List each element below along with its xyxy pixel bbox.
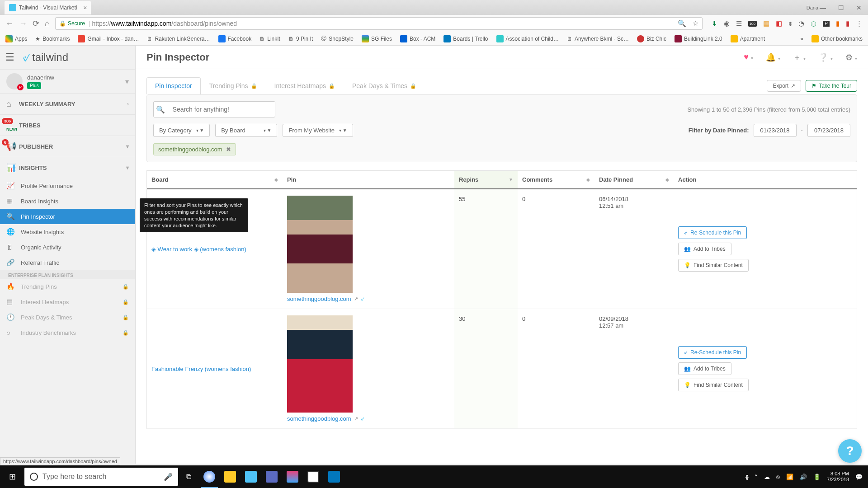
taskbar-clock[interactable]: 8:08 PM 7/23/2018 [827,471,849,483]
bookmark-item[interactable]: Apartment [731,35,765,42]
battery-icon[interactable]: 🔋 [813,474,821,480]
bookmark-item[interactable]: Facebook [218,35,252,42]
pin-domain-link[interactable]: somethinggoodblog.com [287,296,351,302]
date-to-input[interactable]: 07/23/2018 [807,124,850,137]
tab-peak-days[interactable]: Peak Days & Times🔒 [344,77,425,94]
bookmark-item[interactable]: Gmail - Inbox - dan… [78,35,139,42]
reschedule-button[interactable]: ୰Re-Schedule this Pin [678,226,747,239]
nav-referral-traffic[interactable]: 🔗Referral Traffic [0,255,135,270]
bookmark-item[interactable]: Box - ACM [400,35,435,42]
find-similar-button[interactable]: 💡Find Similar Content [678,259,749,272]
nav-profile-performance[interactable]: 📈Profile Performance [0,178,135,193]
nav-trending-pins[interactable]: 🔥Trending Pins🔒 [0,279,135,294]
taskbar-search[interactable]: Type here to search 🎤 [24,468,178,486]
filter-chip[interactable]: somethinggoodblog.com✖ [153,143,236,155]
pin-thumbnail[interactable] [287,196,353,293]
ext-icon[interactable]: 100 [748,21,757,27]
menu-icon[interactable]: ⋮ [856,19,863,28]
bookmark-item[interactable]: ★Bookmarks [35,36,70,42]
pin-domain-link[interactable]: somethinggoodblog.com [287,415,351,422]
bookmark-item[interactable]: 🗎Rakuten LinkGenera… [147,36,210,42]
taskbar-app[interactable] [324,465,344,488]
search-input[interactable] [168,106,275,113]
external-link-icon[interactable]: ↗ [354,296,358,302]
ext-icon[interactable]: ◉ [724,19,730,28]
nav-weekly-summary[interactable]: ⌂ WEEKLY SUMMARY › [0,94,135,114]
ext-icon[interactable]: ☰ [736,19,742,28]
bookmark-item[interactable]: ⒸShopStyle [321,35,354,42]
nav-tribes[interactable]: 386 NEW! TRIBES [0,115,135,136]
external-link-icon[interactable]: ↗ [354,416,358,422]
zoom-icon[interactable]: 🔍 [678,19,686,28]
bookmark-item[interactable]: 🗎9 Pin It [288,36,313,42]
ext-icon[interactable]: ◧ [776,19,782,28]
col-pin[interactable]: Pin [283,171,454,188]
close-window-button[interactable]: ✕ [850,1,868,14]
taskbar-app[interactable] [241,465,261,488]
bookmark-item[interactable]: 🗎Anywhere Bkml - Sc… [567,36,629,42]
bookmark-item[interactable]: Association of Child… [496,35,559,42]
date-from-input[interactable]: 01/23/2018 [754,124,797,137]
filter-board-dropdown[interactable]: By Board▾ ▼ [215,124,277,137]
logo[interactable]: ୰ tailwind [23,51,68,65]
tray-chevron-icon[interactable]: ˄ [755,474,758,480]
taskbar-app[interactable] [303,465,324,488]
col-date[interactable]: Date Pinned◆ [594,171,674,188]
add-to-tribes-button[interactable]: 👥Add to Tribes [678,362,731,375]
tailwind-mark-icon[interactable]: ୰ [361,416,364,422]
user-menu[interactable]: P danaerinw Plus ▾ [0,69,135,94]
search-icon[interactable]: 🔍 [154,105,168,114]
tab-trending-pins[interactable]: Trending Pins🔒 [201,77,266,94]
filter-source-dropdown[interactable]: From My Website▾ ▼ [283,124,353,137]
bookmark-item[interactable]: Apps [5,35,27,42]
help-chat-button[interactable]: ? [838,439,862,463]
tailwind-mark-icon[interactable]: ୰ [361,296,364,302]
nav-peak-days[interactable]: 🕐Peak Days & Times🔒 [0,310,135,325]
other-bookmarks[interactable]: Other bookmarks [811,35,863,42]
add-to-tribes-button[interactable]: 👥Add to Tribes [678,243,731,255]
heart-icon[interactable]: ♥ ▾ [744,52,753,62]
nav-publisher[interactable]: 6 📢 PUBLISHER ▾ [0,136,135,157]
forward-button[interactable]: → [19,19,27,28]
bookmark-item[interactable]: Biz Chic [637,35,666,42]
tray-icon[interactable]: ⎋ [776,474,780,480]
ext-icon[interactable]: ▦ [763,19,769,28]
address-bar[interactable]: 🔒 Secure | https:// www.tailwindapp.com … [55,17,703,30]
col-repins[interactable]: Repins▼ [454,171,518,188]
tray-icon[interactable]: ☁ [764,474,770,480]
hamburger-icon[interactable]: ☰ [5,52,14,63]
mic-icon[interactable]: 🎤 [164,473,173,481]
ext-icon[interactable]: ◍ [811,19,816,28]
bookmark-item[interactable]: Boards | Trello [443,35,488,42]
filter-category-dropdown[interactable]: By Category▾ ▼ [153,124,210,137]
ext-icon[interactable]: ▮ [836,19,840,28]
tab-interest-heatmaps[interactable]: Interest Heatmaps🔒 [266,77,344,94]
find-similar-button[interactable]: 💡Find Similar Content [678,379,749,391]
taskbar-app[interactable] [261,465,282,488]
minimize-button[interactable]: — [814,1,832,14]
taskbar-app-explorer[interactable] [220,465,241,488]
taskbar-app[interactable] [282,465,303,488]
reschedule-button[interactable]: ୰Re-Schedule this Pin [678,346,747,359]
wifi-icon[interactable]: 📶 [786,474,793,480]
nav-insights[interactable]: 📊 INSIGHTS ▾ [0,157,135,178]
export-button[interactable]: Export ↗ [767,80,801,92]
home-button[interactable]: ⌂ [45,19,50,28]
col-board[interactable]: Board◆ [147,171,283,188]
star-icon[interactable]: ☆ [693,19,698,28]
task-view-button[interactable]: ⧉ [178,465,199,488]
reload-button[interactable]: ⟳ [33,19,39,28]
close-icon[interactable]: × [83,4,87,11]
maximize-button[interactable]: ☐ [832,1,850,14]
take-tour-button[interactable]: ⚑Take the Tour [806,80,857,92]
gear-icon[interactable]: ⚙ ▾ [845,52,857,62]
start-button[interactable]: ⊞ [0,465,24,488]
ext-icon[interactable]: ▮ [846,19,849,28]
bookmark-item[interactable]: 🗎LinkIt [259,36,280,42]
nav-organic-activity[interactable]: 🎚Organic Activity [0,239,135,255]
browser-tab[interactable]: Tailwind - Visual Marketi × [5,1,91,14]
volume-icon[interactable]: 🔊 [800,474,807,480]
bookmark-item[interactable]: SG Files [362,35,392,42]
col-comments[interactable]: Comments◆ [518,171,594,188]
close-icon[interactable]: ✖ [226,146,231,153]
